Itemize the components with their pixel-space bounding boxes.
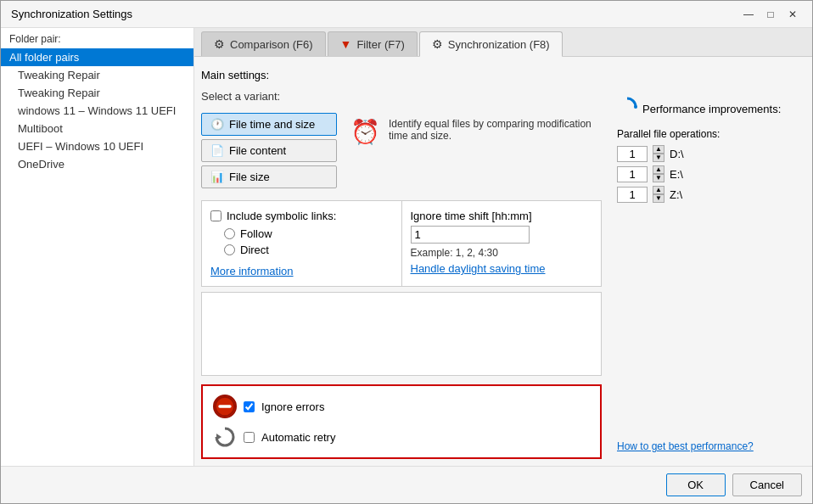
- drive-e-input[interactable]: [617, 166, 648, 182]
- tab-comparison[interactable]: ⚙ Comparison (F6): [201, 31, 326, 56]
- title-bar-controls: — □ ✕: [739, 5, 802, 24]
- drive-d-row: ▲ ▼ D:\: [617, 145, 799, 162]
- sidebar-item-all-folder-pairs[interactable]: All folder pairs: [1, 48, 193, 66]
- drive-z-up[interactable]: ▲: [653, 186, 664, 194]
- more-information-link[interactable]: More information: [210, 265, 294, 277]
- sidebar-item-onedrive[interactable]: OneDrive: [1, 155, 193, 173]
- performance-title-text: Performance improvements:: [642, 103, 781, 115]
- time-shift-example: Example: 1, 2, 4:30: [411, 247, 593, 259]
- sidebar-item-tweaking-repair-2[interactable]: Tweaking Repair: [1, 84, 193, 102]
- drive-d-label: D:\: [670, 148, 684, 160]
- drive-z-label: Z:\: [670, 188, 682, 201]
- file-content-label: File content: [229, 144, 286, 157]
- variant-desc-text: Identify equal files by comparing modifi…: [389, 118, 597, 142]
- direct-radio[interactable]: [224, 244, 235, 255]
- drive-d-down[interactable]: ▼: [653, 154, 664, 162]
- file-content-icon: 📄: [210, 144, 224, 157]
- error-handling-section: Ignore errors Automatic: [201, 384, 602, 459]
- sidebar: Folder pair: All folder pairs Tweaking R…: [1, 28, 194, 466]
- best-performance-link[interactable]: How to get best performance?: [617, 440, 799, 452]
- main-settings-label: Main settings:: [201, 64, 805, 85]
- sidebar-item-windows11[interactable]: windows 11 – Windows 11 UEFI: [1, 102, 193, 120]
- options-right: Ignore time shift [hh:mm] Example: 1, 2,…: [402, 201, 602, 286]
- options-section: Include symbolic links: Follow Direct: [201, 200, 602, 287]
- dialog-footer: OK Cancel: [1, 466, 812, 503]
- folder-pair-label: Folder pair:: [1, 28, 193, 48]
- sidebar-item-tweaking-repair-1[interactable]: Tweaking Repair: [1, 66, 193, 84]
- daylight-saving-link[interactable]: Handle daylight saving time: [411, 262, 546, 275]
- error-icon: [213, 395, 237, 418]
- svg-point-3: [634, 105, 637, 109]
- performance-icon: [617, 97, 637, 121]
- time-shift-label: Ignore time shift [hh:mm]: [411, 210, 593, 222]
- dialog-body: Folder pair: All folder pairs Tweaking R…: [1, 28, 812, 466]
- follow-row: Follow: [224, 227, 393, 240]
- tab-comparison-label: Comparison (F6): [230, 38, 313, 51]
- title-bar: Synchronization Settings — □ ✕: [1, 1, 812, 28]
- automatic-retry-label: Automatic retry: [261, 431, 335, 444]
- variant-buttons: 🕐 File time and size 📄 File content 📊 F: [201, 113, 337, 188]
- follow-label: Follow: [240, 227, 272, 240]
- drive-e-spinners: ▲ ▼: [653, 165, 664, 182]
- tab-filter[interactable]: ▼ Filter (F7): [328, 31, 418, 56]
- performance-panel: Performance improvements: Parallel file …: [610, 90, 805, 459]
- comparison-icon: ⚙: [214, 37, 225, 51]
- minimize-button[interactable]: —: [739, 5, 758, 24]
- drive-z-row: ▲ ▼ Z:\: [617, 186, 799, 203]
- variant-description: ⏰ Identify equal files by comparing modi…: [345, 113, 602, 188]
- cancel-button[interactable]: Cancel: [732, 473, 802, 496]
- ignore-errors-label: Ignore errors: [261, 400, 324, 413]
- time-shift-input[interactable]: [411, 226, 530, 244]
- filter-icon: ▼: [340, 37, 352, 51]
- include-symbolic-links-checkbox[interactable]: [210, 210, 221, 221]
- follow-radio[interactable]: [224, 228, 235, 239]
- variant-file-size[interactable]: 📊 File size: [201, 165, 337, 188]
- variant-section: 🕐 File time and size 📄 File content 📊 F: [201, 113, 602, 188]
- drive-d-spinners: ▲ ▼: [653, 145, 664, 162]
- tab-synchronization-label: Synchronization (F8): [448, 38, 550, 51]
- synchronization-settings-dialog: Synchronization Settings — □ ✕ Folder pa…: [0, 0, 813, 504]
- title-bar-left: Synchronization Settings: [11, 8, 132, 20]
- main-content: ⚙ Comparison (F6) ▼ Filter (F7) ⚙ Synchr…: [194, 28, 812, 466]
- empty-section: [201, 292, 602, 376]
- direct-row: Direct: [224, 244, 393, 256]
- sidebar-item-multiboot[interactable]: Multiboot: [1, 120, 193, 137]
- automatic-retry-row: Automatic retry: [213, 425, 590, 449]
- svg-rect-1: [218, 405, 231, 407]
- file-time-size-label: File time and size: [229, 118, 315, 131]
- include-symbolic-links-label: Include symbolic links:: [227, 210, 336, 222]
- drive-z-spinners: ▲ ▼: [653, 186, 664, 203]
- dialog-title: Synchronization Settings: [11, 8, 132, 20]
- maximize-button[interactable]: □: [761, 5, 780, 24]
- variant-file-content[interactable]: 📄 File content: [201, 139, 337, 162]
- close-button[interactable]: ✕: [783, 5, 802, 24]
- retry-icon: [213, 425, 237, 449]
- sidebar-item-uefi-win10[interactable]: UEFI – Windows 10 UEFI: [1, 137, 193, 155]
- ignore-errors-row: Ignore errors: [213, 395, 590, 418]
- direct-label: Direct: [240, 244, 269, 256]
- drive-z-down[interactable]: ▼: [653, 194, 664, 203]
- tabs-bar: ⚙ Comparison (F6) ▼ Filter (F7) ⚙ Synchr…: [194, 28, 812, 57]
- performance-title: Performance improvements:: [617, 97, 799, 121]
- drive-z-input[interactable]: [617, 187, 648, 203]
- drive-e-up[interactable]: ▲: [653, 165, 664, 174]
- automatic-retry-checkbox[interactable]: [244, 432, 255, 443]
- drive-e-down[interactable]: ▼: [653, 174, 664, 182]
- ok-button[interactable]: OK: [666, 473, 726, 496]
- parallel-operations-label: Parallel file operations:: [617, 128, 799, 140]
- file-size-label: File size: [229, 171, 270, 183]
- drive-e-row: ▲ ▼ E:\: [617, 165, 799, 182]
- drive-d-input[interactable]: [617, 146, 648, 162]
- options-left: Include symbolic links: Follow Direct: [202, 201, 402, 286]
- tab-synchronization[interactable]: ⚙ Synchronization (F8): [419, 31, 563, 57]
- drive-d-up[interactable]: ▲: [653, 145, 664, 154]
- sync-icon: ⚙: [432, 37, 443, 51]
- file-time-size-icon: 🕐: [210, 118, 224, 131]
- file-size-icon: 📊: [210, 171, 224, 183]
- tab-filter-label: Filter (F7): [356, 38, 404, 51]
- variant-file-time-size[interactable]: 🕐 File time and size: [201, 113, 337, 136]
- symbolic-links-row: Include symbolic links:: [210, 210, 393, 222]
- drive-e-label: E:\: [670, 168, 683, 181]
- ignore-errors-checkbox[interactable]: [244, 401, 255, 412]
- variant-desc-icon: ⏰: [350, 118, 380, 146]
